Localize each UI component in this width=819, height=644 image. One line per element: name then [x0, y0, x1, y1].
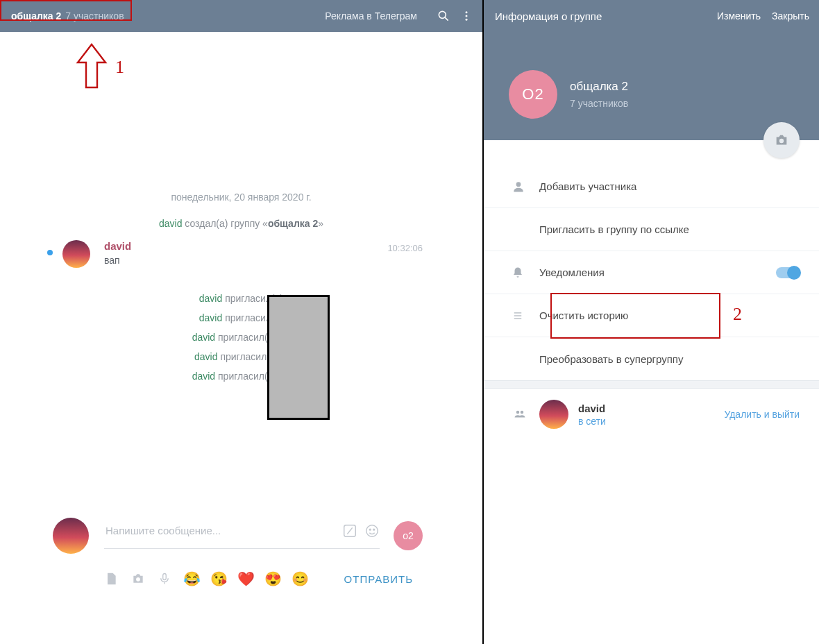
section-gap — [484, 380, 819, 389]
user-link[interactable]: david — [199, 293, 222, 304]
unread-dot-icon — [47, 250, 53, 255]
format-icon[interactable] — [342, 523, 357, 539]
emoji-quick[interactable]: 😍 — [264, 570, 282, 587]
user-link[interactable]: david — [192, 371, 215, 382]
search-icon[interactable] — [437, 9, 450, 23]
system-invite: david пригласил(а) Vk — [0, 371, 482, 382]
message: david вап 10:32:06 — [0, 237, 482, 285]
add-member-row[interactable]: Добавить участника — [484, 165, 819, 208]
group-avatar-small[interactable]: о2 — [394, 521, 423, 550]
attach-file-icon[interactable] — [104, 572, 118, 586]
chat-title[interactable]: общалка 2 — [11, 10, 61, 22]
self-avatar[interactable] — [53, 518, 89, 554]
message-text: вап — [104, 255, 131, 266]
system-invite: david пригласил(а) м — [0, 351, 482, 362]
leave-button[interactable]: Удалить и выйти — [724, 409, 800, 420]
chat-subtitle: 7 участников — [65, 10, 124, 22]
redacted-block — [267, 295, 330, 420]
system-invite: david пригласил(а) Vk — [0, 332, 482, 343]
svg-point-12 — [779, 139, 784, 143]
group-members-count: 7 участников — [570, 98, 628, 109]
avatar[interactable] — [62, 240, 90, 268]
person-icon — [512, 180, 539, 194]
svg-point-0 — [439, 11, 446, 18]
invite-link-row[interactable]: Пригласить в группу по ссылке — [484, 208, 819, 251]
user-link[interactable]: david — [159, 218, 182, 229]
group-avatar[interactable]: О2 — [509, 70, 557, 119]
member-row[interactable]: david в сети Удалить и выйти — [484, 389, 819, 440]
group-name: общалка 2 — [570, 80, 628, 94]
ad-link[interactable]: Реклама в Телеграм — [325, 10, 417, 22]
svg-line-6 — [347, 527, 352, 534]
composer-tools: 😂😘❤️😍😊 ОТПРАВИТЬ — [104, 570, 413, 587]
set-photo-button[interactable] — [763, 122, 800, 158]
emoji-icon[interactable] — [364, 523, 380, 539]
svg-point-4 — [466, 19, 468, 21]
system-created: david создал(а) группу «общалка 2» — [0, 218, 482, 229]
date-divider: понедельник, 20 января 2020 г. — [0, 192, 482, 203]
emoji-quick[interactable]: 😊 — [292, 570, 309, 587]
svg-point-17 — [516, 411, 520, 414]
svg-point-8 — [369, 529, 371, 530]
member-status: в сети — [578, 416, 724, 427]
svg-line-1 — [445, 17, 448, 21]
bell-icon — [512, 266, 539, 280]
svg-point-18 — [521, 411, 524, 414]
message-input[interactable] — [104, 524, 335, 537]
group-banner: О2 общалка 2 7 участников — [484, 32, 819, 140]
emoji-quick[interactable]: ❤️ — [237, 570, 255, 587]
message-sender[interactable]: david — [104, 240, 131, 252]
member-avatar[interactable] — [539, 400, 568, 429]
chat-pane: общалка 2 7 участников Реклама в Телегра… — [0, 0, 482, 644]
svg-point-2 — [466, 11, 468, 13]
emoji-quick[interactable]: 😘 — [210, 570, 228, 587]
camera-icon[interactable] — [130, 572, 146, 586]
convert-supergroup-row[interactable]: Преобразовать в супергруппу — [484, 337, 819, 380]
svg-point-7 — [366, 525, 378, 536]
composer: о2 — [53, 518, 423, 554]
clear-history-row[interactable]: Очистить историю — [484, 294, 819, 337]
user-link[interactable]: david — [192, 332, 215, 343]
close-button[interactable]: Закрыть — [772, 10, 809, 22]
system-invite: david пригласил(а) — [0, 312, 482, 323]
info-pane: Информация о группе Изменить Закрыть О2 … — [482, 0, 819, 644]
message-time: 10:32:06 — [387, 243, 423, 253]
send-button[interactable]: ОТПРАВИТЬ — [344, 573, 413, 585]
svg-point-10 — [136, 577, 140, 582]
svg-point-9 — [373, 529, 375, 530]
info-list: Добавить участника Пригласить в группу п… — [484, 140, 819, 440]
svg-point-13 — [516, 182, 521, 187]
system-invite: david пригласил(а) — [0, 293, 482, 304]
info-header: Информация о группе Изменить Закрыть — [484, 0, 819, 32]
emoji-quick[interactable]: 😂 — [183, 570, 201, 587]
more-icon[interactable] — [460, 9, 473, 23]
svg-point-3 — [466, 15, 468, 17]
svg-rect-11 — [163, 574, 167, 580]
user-link[interactable]: david — [194, 351, 217, 362]
user-link[interactable]: david — [199, 312, 222, 323]
notifications-toggle[interactable] — [776, 267, 800, 278]
info-title: Информация о группе — [495, 10, 602, 22]
menu-icon — [512, 311, 539, 321]
edit-button[interactable]: Изменить — [717, 10, 761, 22]
chat-header: общалка 2 7 участников Реклама в Телегра… — [0, 0, 482, 32]
notifications-row[interactable]: Уведомления — [484, 251, 819, 294]
member-name: david — [578, 402, 724, 414]
people-icon — [512, 408, 539, 421]
mic-icon[interactable] — [158, 571, 171, 586]
chat-area: понедельник, 20 января 2020 г. david соз… — [0, 32, 482, 382]
